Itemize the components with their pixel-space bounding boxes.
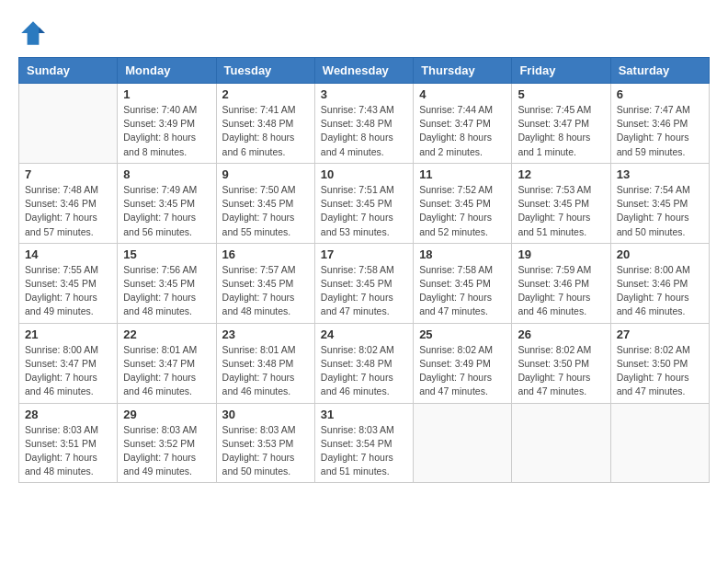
day-info: Sunrise: 7:55 AMSunset: 3:45 PMDaylight:… — [25, 263, 111, 319]
calendar-week-row: 28Sunrise: 8:03 AMSunset: 3:51 PMDayligh… — [19, 403, 710, 483]
day-info: Sunrise: 7:56 AMSunset: 3:45 PMDaylight:… — [123, 263, 210, 319]
calendar-cell: 20Sunrise: 8:00 AMSunset: 3:46 PMDayligh… — [610, 243, 709, 323]
day-info: Sunrise: 8:00 AMSunset: 3:46 PMDaylight:… — [617, 263, 703, 319]
dow-header: Tuesday — [216, 58, 314, 84]
day-number: 27 — [617, 327, 703, 341]
day-number: 30 — [222, 408, 309, 421]
calendar-cell: 31Sunrise: 8:03 AMSunset: 3:54 PMDayligh… — [314, 403, 413, 483]
day-info: Sunrise: 7:53 AMSunset: 3:45 PMDaylight:… — [518, 183, 604, 239]
day-number: 2 — [222, 87, 309, 101]
day-info: Sunrise: 8:00 AMSunset: 3:47 PMDaylight:… — [25, 343, 111, 399]
day-info: Sunrise: 7:40 AMSunset: 3:49 PMDaylight:… — [123, 103, 210, 159]
calendar-cell: 8Sunrise: 7:49 AMSunset: 3:45 PMDaylight… — [118, 163, 216, 243]
day-info: Sunrise: 8:02 AMSunset: 3:50 PMDaylight:… — [518, 343, 604, 399]
logo-icon — [18, 18, 48, 48]
calendar-cell: 21Sunrise: 8:00 AMSunset: 3:47 PMDayligh… — [19, 323, 118, 403]
days-of-week-row: SundayMondayTuesdayWednesdayThursdayFrid… — [19, 58, 710, 84]
calendar-week-row: 21Sunrise: 8:00 AMSunset: 3:47 PMDayligh… — [19, 323, 710, 403]
day-info: Sunrise: 7:58 AMSunset: 3:45 PMDaylight:… — [419, 263, 506, 319]
calendar-cell — [414, 403, 512, 483]
day-number: 8 — [123, 167, 210, 181]
calendar-cell: 22Sunrise: 8:01 AMSunset: 3:47 PMDayligh… — [118, 323, 216, 403]
calendar-cell: 4Sunrise: 7:44 AMSunset: 3:47 PMDaylight… — [414, 84, 512, 164]
day-number: 22 — [123, 327, 210, 341]
calendar-cell: 12Sunrise: 7:53 AMSunset: 3:45 PMDayligh… — [512, 163, 610, 243]
day-info: Sunrise: 8:03 AMSunset: 3:52 PMDaylight:… — [123, 423, 210, 479]
day-number: 23 — [222, 327, 309, 341]
calendar-week-row: 1Sunrise: 7:40 AMSunset: 3:49 PMDaylight… — [19, 84, 710, 164]
day-number: 20 — [617, 247, 703, 261]
day-info: Sunrise: 7:47 AMSunset: 3:46 PMDaylight:… — [617, 103, 703, 159]
day-info: Sunrise: 7:43 AMSunset: 3:48 PMDaylight:… — [321, 103, 407, 159]
dow-header: Wednesday — [314, 58, 413, 84]
calendar-week-row: 14Sunrise: 7:55 AMSunset: 3:45 PMDayligh… — [19, 243, 710, 323]
calendar-cell: 27Sunrise: 8:02 AMSunset: 3:50 PMDayligh… — [610, 323, 709, 403]
day-number: 19 — [518, 247, 604, 261]
day-number: 21 — [25, 327, 111, 341]
day-info: Sunrise: 7:41 AMSunset: 3:48 PMDaylight:… — [222, 103, 309, 159]
calendar-cell: 25Sunrise: 8:02 AMSunset: 3:49 PMDayligh… — [414, 323, 512, 403]
day-info: Sunrise: 7:49 AMSunset: 3:45 PMDaylight:… — [123, 183, 210, 239]
day-info: Sunrise: 8:03 AMSunset: 3:51 PMDaylight:… — [25, 423, 111, 479]
day-number: 16 — [222, 247, 309, 261]
calendar-cell: 15Sunrise: 7:56 AMSunset: 3:45 PMDayligh… — [118, 243, 216, 323]
calendar-cell: 6Sunrise: 7:47 AMSunset: 3:46 PMDaylight… — [610, 84, 709, 164]
day-number: 6 — [617, 87, 703, 101]
calendar-cell: 28Sunrise: 8:03 AMSunset: 3:51 PMDayligh… — [19, 403, 118, 483]
day-number: 1 — [123, 87, 210, 101]
day-number: 28 — [25, 408, 111, 421]
day-number: 24 — [321, 327, 407, 341]
day-number: 26 — [518, 327, 604, 341]
calendar-cell: 5Sunrise: 7:45 AMSunset: 3:47 PMDaylight… — [512, 84, 610, 164]
day-info: Sunrise: 7:54 AMSunset: 3:45 PMDaylight:… — [617, 183, 703, 239]
calendar-cell — [19, 84, 118, 164]
day-info: Sunrise: 8:01 AMSunset: 3:48 PMDaylight:… — [222, 343, 309, 399]
day-number: 25 — [419, 327, 506, 341]
calendar-week-row: 7Sunrise: 7:48 AMSunset: 3:46 PMDaylight… — [19, 163, 710, 243]
day-info: Sunrise: 8:03 AMSunset: 3:53 PMDaylight:… — [222, 423, 309, 479]
day-info: Sunrise: 8:02 AMSunset: 3:49 PMDaylight:… — [419, 343, 506, 399]
calendar-cell: 23Sunrise: 8:01 AMSunset: 3:48 PMDayligh… — [216, 323, 314, 403]
calendar-cell: 9Sunrise: 7:50 AMSunset: 3:45 PMDaylight… — [216, 163, 314, 243]
day-number: 18 — [419, 247, 506, 261]
day-number: 9 — [222, 167, 309, 181]
calendar-cell: 11Sunrise: 7:52 AMSunset: 3:45 PMDayligh… — [414, 163, 512, 243]
day-info: Sunrise: 7:52 AMSunset: 3:45 PMDaylight:… — [419, 183, 506, 239]
day-number: 15 — [123, 247, 210, 261]
day-info: Sunrise: 7:44 AMSunset: 3:47 PMDaylight:… — [419, 103, 506, 159]
dow-header: Thursday — [414, 58, 512, 84]
day-info: Sunrise: 7:58 AMSunset: 3:45 PMDaylight:… — [321, 263, 407, 319]
calendar-cell: 7Sunrise: 7:48 AMSunset: 3:46 PMDaylight… — [19, 163, 118, 243]
day-info: Sunrise: 8:01 AMSunset: 3:47 PMDaylight:… — [123, 343, 210, 399]
calendar-cell: 10Sunrise: 7:51 AMSunset: 3:45 PMDayligh… — [314, 163, 413, 243]
day-info: Sunrise: 7:51 AMSunset: 3:45 PMDaylight:… — [321, 183, 407, 239]
calendar-cell: 24Sunrise: 8:02 AMSunset: 3:48 PMDayligh… — [314, 323, 413, 403]
page-header — [18, 18, 710, 48]
day-number: 10 — [321, 167, 407, 181]
calendar-cell: 14Sunrise: 7:55 AMSunset: 3:45 PMDayligh… — [19, 243, 118, 323]
calendar-cell: 1Sunrise: 7:40 AMSunset: 3:49 PMDaylight… — [118, 84, 216, 164]
calendar-cell: 3Sunrise: 7:43 AMSunset: 3:48 PMDaylight… — [314, 84, 413, 164]
day-number: 17 — [321, 247, 407, 261]
calendar-cell: 26Sunrise: 8:02 AMSunset: 3:50 PMDayligh… — [512, 323, 610, 403]
calendar-cell: 18Sunrise: 7:58 AMSunset: 3:45 PMDayligh… — [414, 243, 512, 323]
day-number: 13 — [617, 167, 703, 181]
calendar-table: SundayMondayTuesdayWednesdayThursdayFrid… — [18, 57, 710, 483]
day-info: Sunrise: 7:57 AMSunset: 3:45 PMDaylight:… — [222, 263, 309, 319]
calendar-cell — [512, 403, 610, 483]
day-info: Sunrise: 8:02 AMSunset: 3:48 PMDaylight:… — [321, 343, 407, 399]
calendar-cell: 13Sunrise: 7:54 AMSunset: 3:45 PMDayligh… — [610, 163, 709, 243]
day-info: Sunrise: 8:02 AMSunset: 3:50 PMDaylight:… — [617, 343, 703, 399]
dow-header: Sunday — [19, 58, 118, 84]
day-number: 3 — [321, 87, 407, 101]
day-number: 14 — [25, 247, 111, 261]
day-number: 5 — [518, 87, 604, 101]
calendar-cell: 16Sunrise: 7:57 AMSunset: 3:45 PMDayligh… — [216, 243, 314, 323]
day-number: 31 — [321, 408, 407, 421]
day-number: 11 — [419, 167, 506, 181]
svg-marker-1 — [39, 28, 44, 33]
day-number: 7 — [25, 167, 111, 181]
calendar-cell: 2Sunrise: 7:41 AMSunset: 3:48 PMDaylight… — [216, 84, 314, 164]
day-info: Sunrise: 7:59 AMSunset: 3:46 PMDaylight:… — [518, 263, 604, 319]
calendar-cell: 19Sunrise: 7:59 AMSunset: 3:46 PMDayligh… — [512, 243, 610, 323]
